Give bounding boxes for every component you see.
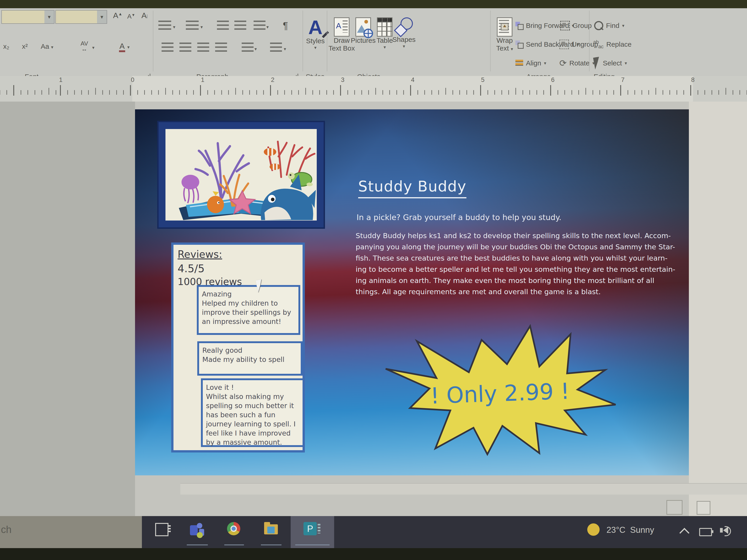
increase-indent-button[interactable] <box>234 21 246 30</box>
subscript-button[interactable]: x₂ <box>3 43 9 50</box>
font-name-combobox[interactable]: ▾ <box>1 10 54 24</box>
weather-status[interactable]: 23°C Sunny <box>607 525 654 535</box>
review-title: Amazing <box>202 290 295 299</box>
taskbar-left-region: ch <box>0 516 142 548</box>
chrome-icon[interactable] <box>227 522 240 535</box>
ruler-number: 1 <box>201 76 204 83</box>
borders-shading-button[interactable] <box>270 43 282 52</box>
ruler-number: 8 <box>691 76 695 83</box>
ruler-number: 2 <box>271 76 275 83</box>
ruler-number: 6 <box>551 76 555 83</box>
decrease-indent-button[interactable] <box>217 21 229 30</box>
group-icon <box>560 21 570 30</box>
bullets-dropdown[interactable]: ▾ <box>173 24 175 30</box>
chevron-up-icon[interactable] <box>679 528 690 538</box>
search-icon <box>594 21 603 30</box>
price-starburst[interactable]: ! Only 2.99 ! <box>382 319 618 456</box>
show-formatting-marks-button[interactable]: ¶ <box>283 20 288 31</box>
photo-bottom-edge <box>0 548 747 560</box>
battery-icon[interactable] <box>699 528 712 536</box>
review-text: Made my ability to spell <box>202 355 298 364</box>
body-line: ing to become a better speller and let m… <box>356 264 689 275</box>
change-case-button[interactable]: Aa ▾ <box>41 43 53 50</box>
body-line: panying you along the journey will be yo… <box>356 241 689 252</box>
character-spacing-button[interactable]: AV ↔ ▾ <box>81 41 88 52</box>
shapes-button[interactable]: Shapes ▾ <box>387 18 421 49</box>
replace-icon: ab→ac <box>593 40 603 49</box>
numbering-dropdown[interactable]: ▾ <box>201 24 203 30</box>
chevron-down-icon[interactable]: ▾ <box>97 10 107 23</box>
price-text: ! Only 2.99 ! <box>430 378 570 409</box>
ribbon: ▾ ▾ A▲ A▼ A⦙ x₂ x² Aa ▾ AV ↔ ▾ A ▾ Font … <box>0 8 747 76</box>
align-center-button[interactable] <box>179 43 191 52</box>
body-line: things. All age requirements are met and… <box>356 286 689 297</box>
flyer-intro[interactable]: In a pickle? Grab yourself a buddy to he… <box>357 213 561 222</box>
flyer-body-text[interactable]: Studdy Buddy helps ks1 and ks2 to develo… <box>356 230 689 297</box>
flyer-picture[interactable] <box>157 121 325 229</box>
review-title: Really good <box>202 346 298 355</box>
align-left-button[interactable] <box>161 43 174 52</box>
review-box[interactable]: Really good Made my ability to spell <box>197 341 303 376</box>
reviews-rating: 4.5/5 <box>178 262 303 275</box>
ruler-number: 3 <box>341 76 344 83</box>
align-icon <box>515 60 523 66</box>
ungroup-icon <box>559 39 569 49</box>
borders-dropdown[interactable]: ▾ <box>284 46 286 52</box>
replace-button[interactable]: ab→ac Replace <box>593 37 632 52</box>
ocean-book-illustration <box>165 129 317 220</box>
speaker-icon[interactable] <box>723 527 728 534</box>
task-view-icon[interactable] <box>155 522 169 536</box>
review-box[interactable]: Love it ! Whilst also making my spelling… <box>201 378 304 447</box>
align-right-button[interactable] <box>197 43 209 52</box>
bullets-button[interactable] <box>158 21 171 30</box>
chevron-down-icon[interactable]: ▾ <box>44 10 54 23</box>
workspace-scratch-area <box>689 102 747 516</box>
bring-forward-icon <box>515 22 523 29</box>
single-page-view-icon[interactable] <box>666 500 682 515</box>
line-spacing-dropdown[interactable]: ▾ <box>255 46 257 52</box>
numbering-button[interactable] <box>186 21 199 30</box>
ruler-number: 0 <box>131 76 134 83</box>
body-line: fish. These sea creatures are the best b… <box>356 252 689 264</box>
file-explorer-icon[interactable] <box>264 522 278 534</box>
group-button[interactable]: Group <box>560 18 592 33</box>
rotate-icon: ⟳ <box>559 58 567 68</box>
review-title: Love it ! <box>206 383 299 392</box>
ruler-number: 1 <box>59 76 62 83</box>
horizontal-scrollbar[interactable] <box>180 483 747 495</box>
search-box-fragment[interactable]: ch <box>1 524 11 535</box>
body-line: Studdy Buddy helps ks1 and ks2 to develo… <box>356 230 689 241</box>
find-button[interactable]: Find▾ <box>594 18 624 33</box>
line-spacing-button[interactable] <box>242 43 254 52</box>
grow-font-button[interactable]: A▲ <box>113 11 123 20</box>
review-text: Whilst also making my spelling so much b… <box>206 392 299 447</box>
wrap-text-icon <box>497 18 512 36</box>
two-page-view-icon[interactable] <box>697 501 711 515</box>
select-button[interactable]: Select▾ <box>594 56 627 71</box>
shapes-icon <box>395 18 413 36</box>
review-box[interactable]: Amazing Helped my children to improve th… <box>197 285 300 335</box>
columns-dropdown[interactable]: ▾ <box>266 24 269 30</box>
align-button[interactable]: Align▾ <box>515 56 546 71</box>
reviews-heading: Reviews: <box>178 248 303 260</box>
justify-button[interactable] <box>215 43 227 52</box>
ungroup-button[interactable]: Ungroup <box>559 37 598 52</box>
ruler-number: 5 <box>481 76 485 83</box>
font-color-button[interactable]: A ▾ <box>119 42 130 51</box>
flyer-title[interactable]: Studdy Buddy <box>358 178 466 198</box>
taskbar: P 23°C Sunny <box>142 516 747 548</box>
publication-page[interactable]: Studdy Buddy In a pickle? Grab yourself … <box>135 109 689 475</box>
font-size-combobox[interactable]: ▾ <box>55 10 107 24</box>
ruler-number: 4 <box>411 76 414 83</box>
superscript-button[interactable]: x² <box>22 43 28 50</box>
columns-button[interactable] <box>254 21 265 30</box>
clear-formatting-button[interactable]: A⦙ <box>141 11 148 20</box>
publisher-icon: P <box>304 522 317 535</box>
teams-icon[interactable] <box>190 522 205 537</box>
horizontal-ruler[interactable]: 1 0 1 2 3 4 5 6 7 8 <box>0 76 747 102</box>
shrink-font-button[interactable]: A▼ <box>127 13 135 20</box>
publisher-taskbar-button[interactable]: P <box>291 516 334 548</box>
sun-weather-icon[interactable] <box>587 522 600 536</box>
ruler-number: 7 <box>621 76 624 83</box>
send-backward-icon <box>515 41 523 48</box>
